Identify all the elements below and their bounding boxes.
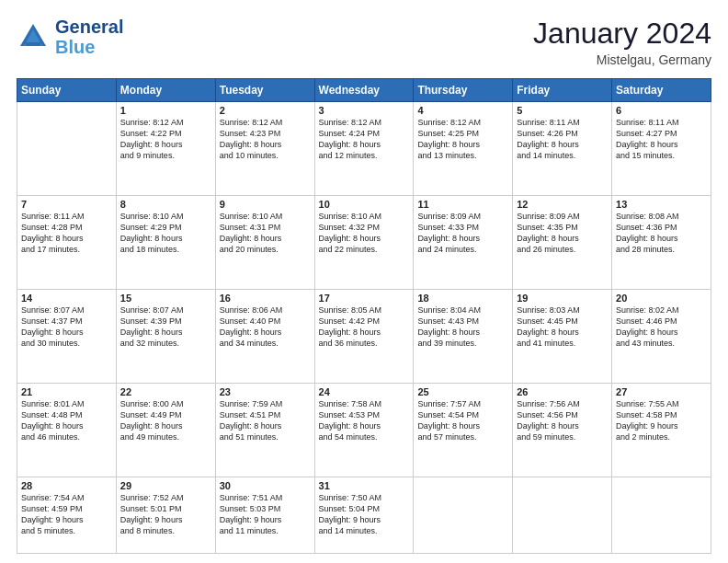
logo-line2: Blue <box>55 37 123 57</box>
day-number: 30 <box>220 480 311 491</box>
day-cell: 8Sunrise: 8:10 AM Sunset: 4:29 PM Daylig… <box>116 195 215 289</box>
day-number: 15 <box>120 293 211 304</box>
day-info: Sunrise: 8:07 AM Sunset: 4:37 PM Dayligh… <box>21 304 112 350</box>
day-number: 14 <box>21 293 112 304</box>
day-cell: 5Sunrise: 8:11 AM Sunset: 4:26 PM Daylig… <box>513 102 612 196</box>
day-info: Sunrise: 8:02 AM Sunset: 4:46 PM Dayligh… <box>616 304 707 350</box>
day-info: Sunrise: 8:01 AM Sunset: 4:48 PM Dayligh… <box>21 398 112 443</box>
day-info: Sunrise: 7:52 AM Sunset: 5:01 PM Dayligh… <box>120 492 211 537</box>
day-cell: 20Sunrise: 8:02 AM Sunset: 4:46 PM Dayli… <box>612 289 711 383</box>
day-cell <box>513 477 612 553</box>
day-header-monday: Monday <box>116 79 215 102</box>
day-info: Sunrise: 8:08 AM Sunset: 4:36 PM Dayligh… <box>616 211 707 256</box>
day-cell: 21Sunrise: 8:01 AM Sunset: 4:48 PM Dayli… <box>17 383 117 477</box>
day-info: Sunrise: 8:09 AM Sunset: 4:33 PM Dayligh… <box>417 211 508 256</box>
logo: General Blue <box>17 17 123 57</box>
day-number: 4 <box>417 105 508 116</box>
week-row-2: 7Sunrise: 8:11 AM Sunset: 4:28 PM Daylig… <box>17 195 711 289</box>
day-info: Sunrise: 8:12 AM Sunset: 4:23 PM Dayligh… <box>220 117 311 162</box>
day-info: Sunrise: 7:56 AM Sunset: 4:56 PM Dayligh… <box>517 398 608 443</box>
day-cell: 16Sunrise: 8:06 AM Sunset: 4:40 PM Dayli… <box>215 289 314 383</box>
day-number: 9 <box>220 199 311 210</box>
month-title: January 2024 <box>533 17 711 51</box>
day-cell <box>612 477 711 553</box>
day-cell: 7Sunrise: 8:11 AM Sunset: 4:28 PM Daylig… <box>17 195 117 289</box>
day-info: Sunrise: 8:09 AM Sunset: 4:35 PM Dayligh… <box>517 211 608 256</box>
day-number: 2 <box>220 105 311 116</box>
logo-text: General Blue <box>55 17 123 57</box>
day-cell: 25Sunrise: 7:57 AM Sunset: 4:54 PM Dayli… <box>414 383 513 477</box>
day-number: 24 <box>319 386 410 397</box>
day-cell: 10Sunrise: 8:10 AM Sunset: 4:32 PM Dayli… <box>314 195 414 289</box>
day-cell: 30Sunrise: 7:51 AM Sunset: 5:03 PM Dayli… <box>215 477 314 553</box>
day-number: 13 <box>616 199 707 210</box>
day-info: Sunrise: 7:59 AM Sunset: 4:51 PM Dayligh… <box>220 398 311 443</box>
logo-icon <box>17 20 50 53</box>
day-number: 10 <box>319 199 410 210</box>
day-number: 20 <box>616 293 707 304</box>
day-cell: 31Sunrise: 7:50 AM Sunset: 5:04 PM Dayli… <box>314 477 414 553</box>
day-info: Sunrise: 8:12 AM Sunset: 4:25 PM Dayligh… <box>417 117 508 162</box>
header: General Blue January 2024 Mistelgau, Ger… <box>17 17 711 67</box>
day-cell: 6Sunrise: 8:11 AM Sunset: 4:27 PM Daylig… <box>612 102 711 196</box>
day-info: Sunrise: 8:05 AM Sunset: 4:42 PM Dayligh… <box>319 304 410 350</box>
day-info: Sunrise: 8:00 AM Sunset: 4:49 PM Dayligh… <box>120 398 211 443</box>
day-info: Sunrise: 7:54 AM Sunset: 4:59 PM Dayligh… <box>21 492 112 537</box>
day-cell: 26Sunrise: 7:56 AM Sunset: 4:56 PM Dayli… <box>513 383 612 477</box>
day-number: 1 <box>120 105 211 116</box>
day-info: Sunrise: 8:10 AM Sunset: 4:29 PM Dayligh… <box>120 211 211 256</box>
day-number: 7 <box>21 199 112 210</box>
day-cell: 12Sunrise: 8:09 AM Sunset: 4:35 PM Dayli… <box>513 195 612 289</box>
day-info: Sunrise: 7:51 AM Sunset: 5:03 PM Dayligh… <box>220 492 311 537</box>
day-info: Sunrise: 8:10 AM Sunset: 4:31 PM Dayligh… <box>220 211 311 256</box>
day-cell: 11Sunrise: 8:09 AM Sunset: 4:33 PM Dayli… <box>414 195 513 289</box>
day-header-wednesday: Wednesday <box>314 79 414 102</box>
week-row-4: 21Sunrise: 8:01 AM Sunset: 4:48 PM Dayli… <box>17 383 711 477</box>
day-number: 17 <box>319 293 410 304</box>
day-cell: 27Sunrise: 7:55 AM Sunset: 4:58 PM Dayli… <box>612 383 711 477</box>
svg-rect-2 <box>26 42 40 46</box>
week-row-1: 1Sunrise: 8:12 AM Sunset: 4:22 PM Daylig… <box>17 102 711 196</box>
day-info: Sunrise: 8:07 AM Sunset: 4:39 PM Dayligh… <box>120 304 211 350</box>
day-number: 28 <box>21 480 112 491</box>
day-cell: 1Sunrise: 8:12 AM Sunset: 4:22 PM Daylig… <box>116 102 215 196</box>
day-cell <box>17 102 117 196</box>
day-info: Sunrise: 8:12 AM Sunset: 4:22 PM Dayligh… <box>120 117 211 162</box>
day-header-thursday: Thursday <box>414 79 513 102</box>
day-cell: 22Sunrise: 8:00 AM Sunset: 4:49 PM Dayli… <box>116 383 215 477</box>
day-cell: 28Sunrise: 7:54 AM Sunset: 4:59 PM Dayli… <box>17 477 117 553</box>
day-number: 29 <box>120 480 211 491</box>
day-cell: 15Sunrise: 8:07 AM Sunset: 4:39 PM Dayli… <box>116 289 215 383</box>
day-cell: 17Sunrise: 8:05 AM Sunset: 4:42 PM Dayli… <box>314 289 414 383</box>
day-number: 26 <box>517 386 608 397</box>
day-number: 21 <box>21 386 112 397</box>
day-number: 27 <box>616 386 707 397</box>
title-block: January 2024 Mistelgau, Germany <box>533 17 711 67</box>
day-cell: 2Sunrise: 8:12 AM Sunset: 4:23 PM Daylig… <box>215 102 314 196</box>
day-header-tuesday: Tuesday <box>215 79 314 102</box>
day-number: 12 <box>517 199 608 210</box>
day-info: Sunrise: 8:10 AM Sunset: 4:32 PM Dayligh… <box>319 211 410 256</box>
day-info: Sunrise: 7:58 AM Sunset: 4:53 PM Dayligh… <box>319 398 410 443</box>
day-number: 8 <box>120 199 211 210</box>
calendar-header-row: SundayMondayTuesdayWednesdayThursdayFrid… <box>17 79 711 102</box>
week-row-3: 14Sunrise: 8:07 AM Sunset: 4:37 PM Dayli… <box>17 289 711 383</box>
day-info: Sunrise: 7:57 AM Sunset: 4:54 PM Dayligh… <box>417 398 508 443</box>
day-number: 11 <box>417 199 508 210</box>
day-number: 19 <box>517 293 608 304</box>
calendar-table: SundayMondayTuesdayWednesdayThursdayFrid… <box>17 78 711 554</box>
day-number: 18 <box>417 293 508 304</box>
day-number: 6 <box>616 105 707 116</box>
day-number: 22 <box>120 386 211 397</box>
day-number: 31 <box>319 480 410 491</box>
day-info: Sunrise: 8:06 AM Sunset: 4:40 PM Dayligh… <box>220 304 311 350</box>
page: General Blue January 2024 Mistelgau, Ger… <box>0 0 728 563</box>
day-header-saturday: Saturday <box>612 79 711 102</box>
day-number: 3 <box>319 105 410 116</box>
day-info: Sunrise: 7:55 AM Sunset: 4:58 PM Dayligh… <box>616 398 707 443</box>
day-cell: 24Sunrise: 7:58 AM Sunset: 4:53 PM Dayli… <box>314 383 414 477</box>
day-info: Sunrise: 7:50 AM Sunset: 5:04 PM Dayligh… <box>319 492 410 537</box>
day-number: 23 <box>220 386 311 397</box>
week-row-5: 28Sunrise: 7:54 AM Sunset: 4:59 PM Dayli… <box>17 477 711 553</box>
day-info: Sunrise: 8:04 AM Sunset: 4:43 PM Dayligh… <box>417 304 508 350</box>
